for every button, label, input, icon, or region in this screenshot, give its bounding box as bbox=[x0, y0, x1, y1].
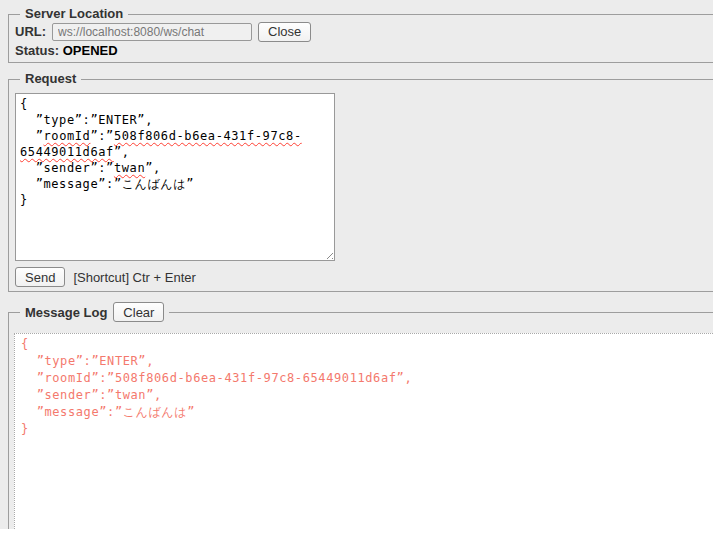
request-legend: Request bbox=[20, 71, 81, 86]
log-line: { bbox=[21, 336, 713, 353]
status-row: Status: OPENED bbox=[15, 43, 713, 59]
clear-button[interactable]: Clear bbox=[113, 302, 164, 322]
log-line: ”sender”:”twan”, bbox=[21, 387, 713, 404]
request-code-line: ”roomId”:”508f806d-b6ea-431f-97c8- bbox=[20, 128, 330, 144]
server-location-legend: Server Location bbox=[20, 6, 128, 21]
close-button[interactable]: Close bbox=[258, 22, 311, 42]
server-location-panel: Server Location URL: Close Status: OPENE… bbox=[8, 14, 713, 63]
url-label: URL: bbox=[15, 24, 46, 39]
url-input[interactable] bbox=[52, 23, 252, 41]
request-code-line: 65449011d6af”, bbox=[20, 144, 330, 160]
status-label: Status: bbox=[15, 43, 59, 58]
request-code-line: ”type”:”ENTER”, bbox=[20, 112, 330, 128]
request-code-line: ”sender”:”twan”, bbox=[20, 160, 330, 176]
status-value: OPENED bbox=[63, 43, 118, 58]
url-row: URL: Close bbox=[15, 21, 713, 42]
request-code-line: { bbox=[20, 96, 330, 112]
log-line: ”type”:”ENTER”, bbox=[21, 353, 713, 370]
log-line: ”roomId”:”508f806d-b6ea-431f-97c8-654490… bbox=[21, 370, 713, 387]
log-line: ”message”:”こんばんは” bbox=[21, 404, 713, 421]
message-log-content: { ”type”:”ENTER”, ”roomId”:”508f806d-b6e… bbox=[14, 333, 713, 529]
message-log-legend-label: Message Log bbox=[25, 305, 107, 320]
send-button[interactable]: Send bbox=[15, 267, 65, 287]
request-json-editor[interactable]: { ”type”:”ENTER”, ”roomId”:”508f806d-b6e… bbox=[15, 93, 335, 261]
request-code-line: ”message”:”こんばんは” bbox=[20, 176, 330, 192]
send-row: Send [Shortcut] Ctr + Enter bbox=[15, 267, 713, 289]
resize-handle-icon[interactable] bbox=[323, 249, 333, 259]
page-background: Server Location URL: Close Status: OPENE… bbox=[0, 0, 713, 529]
log-line: } bbox=[21, 421, 713, 438]
message-log-panel: Message Log Clear { ”type”:”ENTER”, ”roo… bbox=[8, 312, 713, 529]
message-log-legend: Message Log Clear bbox=[20, 302, 169, 322]
request-code-line: } bbox=[20, 192, 330, 208]
request-panel: Request { ”type”:”ENTER”, ”roomId”:”508f… bbox=[8, 79, 713, 292]
shortcut-hint: [Shortcut] Ctr + Enter bbox=[73, 270, 195, 285]
